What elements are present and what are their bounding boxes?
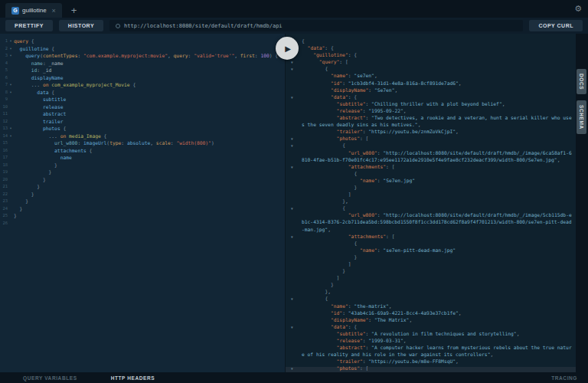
fold-arrow-icon[interactable]: ▼ [291, 365, 293, 372]
code-token: photos [43, 126, 60, 131]
fold-spacer [8, 147, 14, 155]
query-editor[interactable]: 1▾query {2▾ guillotine {3▾ query(content… [0, 34, 285, 372]
code-token: _id [43, 67, 51, 73]
fold-arrow-icon[interactable]: ▾ [8, 45, 14, 53]
code-token: } [354, 185, 357, 190]
code-token: "displayName" [331, 317, 368, 322]
code-token: subtitle [43, 97, 66, 102]
code-token: ... [14, 82, 43, 87]
code-token: _name [49, 61, 64, 66]
new-tab-button[interactable]: + [71, 5, 77, 16]
code-token: } [14, 206, 22, 211]
fold-spacer [8, 96, 14, 103]
code-token: "https://youtu.be/m8e-FF8MsqU" [368, 358, 456, 364]
tracing-tab[interactable]: TRACING [551, 375, 577, 381]
code-token: } [14, 198, 28, 204]
response-line: ▼"photos": [ [286, 135, 576, 142]
code-token: { [130, 82, 136, 87]
code-token: : [ [339, 59, 348, 64]
response-line: "name": "se7en", [286, 72, 576, 79]
code-token: "photos" [337, 365, 360, 371]
code-token: "abstract" [337, 345, 366, 350]
code-token: imageUrl [83, 140, 106, 146]
query-line: 25} [0, 212, 285, 220]
fold-arrow-icon[interactable]: ▾ [8, 125, 14, 133]
query-line: 8▾ data { [0, 89, 285, 97]
fold-arrow-icon[interactable]: ▾ [8, 133, 14, 140]
code-token: contentTypes [43, 53, 78, 58]
response-line: "subtitle": "Chilling thriller with a pl… [286, 100, 576, 107]
code-token: "1999-03-31" [368, 338, 403, 343]
code-token: "release" [337, 338, 363, 343]
code-token: "name" [331, 73, 348, 78]
code-token: : [342, 80, 348, 86]
query-line: 13▾ photos { [0, 125, 285, 133]
code-token: "subtitle" [337, 101, 366, 106]
code-token: , [456, 358, 459, 364]
code-token: , [557, 157, 560, 162]
line-number: 21 [0, 183, 8, 191]
code-token: query [174, 53, 188, 58]
code-token: } [14, 169, 51, 175]
code-token: , [502, 101, 505, 106]
code-token: { [354, 171, 357, 176]
code-token: type [109, 140, 121, 146]
code-token: query [25, 53, 40, 58]
code-token: "The Matrix" [374, 317, 410, 322]
tab-guillotine[interactable]: G guillotine × [5, 3, 62, 18]
fold-spacer [8, 139, 14, 147]
code-token: , [374, 73, 377, 78]
code-token: : [366, 331, 372, 336]
code-token: data [37, 90, 48, 95]
fold-arrow-icon[interactable]: ▾ [8, 52, 14, 60]
code-token: scale [156, 140, 171, 146]
code-token: , [418, 122, 421, 127]
response-line: { [286, 170, 576, 177]
code-token [14, 104, 43, 110]
code-token: , [490, 352, 493, 357]
code-token: : [342, 310, 348, 316]
http-headers-tab[interactable]: HTTP HEADERS [111, 375, 155, 381]
code-token: } [331, 282, 334, 287]
code-token: } [14, 162, 57, 168]
copy-curl-button[interactable]: COPY CURL [529, 20, 583, 31]
response-line: "url_w800": "http://localhost:8080/site/… [286, 149, 576, 163]
code-token: com_example_myproject_Movie [49, 82, 130, 87]
code-token [14, 97, 43, 102]
response-line: ▼{ [286, 142, 576, 149]
prettify-button[interactable]: PRETTIFY [5, 20, 53, 31]
close-icon[interactable]: × [52, 7, 56, 15]
query-playground-window: G guillotine × + ⚙ PRETTIFY HISTORY COPY… [0, 0, 588, 383]
code-token: , [403, 338, 407, 343]
code-token: : [366, 115, 372, 120]
history-button[interactable]: HISTORY [59, 20, 103, 31]
fold-arrow-icon[interactable]: ▾ [8, 38, 14, 45]
line-number: 10 [0, 103, 8, 111]
fold-spacer [8, 212, 14, 220]
code-token: "url_w800" [348, 212, 377, 218]
fold-arrow-icon[interactable]: ▾ [8, 81, 14, 89]
code-token: "abstract" [337, 115, 366, 120]
code-token: : [ [360, 136, 368, 141]
response-line: ▼"attachments": [ [286, 233, 576, 240]
code-token: guillotine [20, 46, 49, 51]
code-token: { [325, 66, 328, 71]
code-token: : [121, 140, 127, 146]
fold-arrow-icon[interactable]: ▾ [8, 89, 14, 97]
code-token: "https://youtu.be/znmZoVkCjpI" [368, 129, 456, 134]
line-number: 4 [0, 60, 8, 67]
code-token: } [14, 177, 46, 182]
code-token: : [ [360, 365, 368, 371]
play-icon: ▶ [285, 44, 291, 53]
fold-spacer [8, 154, 14, 162]
endpoint-url-input[interactable] [124, 23, 517, 29]
schema-tab[interactable]: SCHEMA [577, 100, 586, 134]
code-token: { [28, 38, 34, 44]
code-token: query [14, 38, 28, 44]
settings-gear-icon[interactable]: ⚙ [574, 4, 582, 14]
query-variables-tab[interactable]: QUERY VARIABLES [23, 375, 77, 381]
code-token: { [325, 296, 328, 301]
execute-query-button[interactable]: ▶ [276, 37, 299, 60]
docs-tab[interactable]: DOCS [577, 69, 586, 94]
code-token: : [77, 53, 83, 58]
